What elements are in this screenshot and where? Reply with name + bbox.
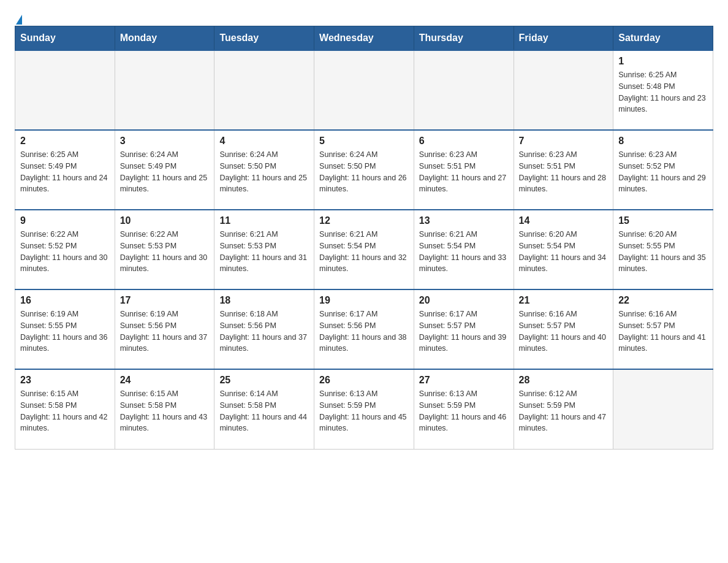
calendar-cell: 19Sunrise: 6:17 AM Sunset: 5:56 PM Dayli… <box>314 289 414 369</box>
logo <box>15 15 22 20</box>
calendar-cell <box>613 369 713 449</box>
calendar-cell: 21Sunrise: 6:16 AM Sunset: 5:57 PM Dayli… <box>514 289 613 369</box>
day-number: 1 <box>618 56 708 67</box>
calendar-table: SundayMondayTuesdayWednesdayThursdayFrid… <box>15 26 713 450</box>
column-header-sunday: Sunday <box>15 26 115 51</box>
day-info: Sunrise: 6:24 AM Sunset: 5:49 PM Dayligh… <box>120 149 210 195</box>
day-number: 26 <box>319 375 409 386</box>
calendar-cell: 27Sunrise: 6:13 AM Sunset: 5:59 PM Dayli… <box>414 369 514 449</box>
day-info: Sunrise: 6:15 AM Sunset: 5:58 PM Dayligh… <box>20 388 110 434</box>
calendar-week-row: 1Sunrise: 6:25 AM Sunset: 5:48 PM Daylig… <box>15 50 713 130</box>
calendar-cell: 11Sunrise: 6:21 AM Sunset: 5:53 PM Dayli… <box>214 210 314 289</box>
calendar-cell: 15Sunrise: 6:20 AM Sunset: 5:55 PM Dayli… <box>613 210 713 289</box>
day-number: 15 <box>618 215 708 226</box>
calendar-cell: 2Sunrise: 6:25 AM Sunset: 5:49 PM Daylig… <box>15 130 115 210</box>
day-number: 24 <box>120 375 210 386</box>
day-info: Sunrise: 6:23 AM Sunset: 5:51 PM Dayligh… <box>419 149 509 195</box>
day-info: Sunrise: 6:18 AM Sunset: 5:56 PM Dayligh… <box>219 308 309 354</box>
calendar-cell: 16Sunrise: 6:19 AM Sunset: 5:55 PM Dayli… <box>15 289 115 369</box>
day-number: 11 <box>219 215 309 226</box>
calendar-week-row: 2Sunrise: 6:25 AM Sunset: 5:49 PM Daylig… <box>15 130 713 210</box>
calendar-cell: 3Sunrise: 6:24 AM Sunset: 5:49 PM Daylig… <box>115 130 214 210</box>
day-info: Sunrise: 6:22 AM Sunset: 5:53 PM Dayligh… <box>120 229 210 275</box>
day-number: 22 <box>618 295 708 306</box>
calendar-cell <box>115 50 214 130</box>
day-number: 23 <box>20 375 110 386</box>
day-number: 25 <box>219 375 309 386</box>
day-number: 9 <box>20 215 110 226</box>
column-header-wednesday: Wednesday <box>314 26 414 51</box>
calendar-cell <box>414 50 514 130</box>
calendar-cell: 17Sunrise: 6:19 AM Sunset: 5:56 PM Dayli… <box>115 289 214 369</box>
day-number: 6 <box>419 136 509 147</box>
day-number: 14 <box>519 215 609 226</box>
day-number: 4 <box>219 136 309 147</box>
day-info: Sunrise: 6:13 AM Sunset: 5:59 PM Dayligh… <box>419 388 509 434</box>
calendar-header-row: SundayMondayTuesdayWednesdayThursdayFrid… <box>15 26 713 51</box>
day-info: Sunrise: 6:23 AM Sunset: 5:51 PM Dayligh… <box>519 149 609 195</box>
day-info: Sunrise: 6:22 AM Sunset: 5:52 PM Dayligh… <box>20 229 110 275</box>
day-number: 7 <box>519 136 609 147</box>
calendar-cell <box>514 50 613 130</box>
day-number: 12 <box>319 215 409 226</box>
calendar-cell: 8Sunrise: 6:23 AM Sunset: 5:52 PM Daylig… <box>613 130 713 210</box>
calendar-week-row: 23Sunrise: 6:15 AM Sunset: 5:58 PM Dayli… <box>15 369 713 449</box>
page-header <box>15 15 713 20</box>
calendar-cell: 10Sunrise: 6:22 AM Sunset: 5:53 PM Dayli… <box>115 210 214 289</box>
day-info: Sunrise: 6:17 AM Sunset: 5:56 PM Dayligh… <box>319 308 409 354</box>
day-info: Sunrise: 6:12 AM Sunset: 5:59 PM Dayligh… <box>519 388 609 434</box>
calendar-cell: 13Sunrise: 6:21 AM Sunset: 5:54 PM Dayli… <box>414 210 514 289</box>
day-info: Sunrise: 6:19 AM Sunset: 5:55 PM Dayligh… <box>20 308 110 354</box>
day-info: Sunrise: 6:24 AM Sunset: 5:50 PM Dayligh… <box>319 149 409 195</box>
day-number: 28 <box>519 375 609 386</box>
day-number: 8 <box>618 136 708 147</box>
day-info: Sunrise: 6:13 AM Sunset: 5:59 PM Dayligh… <box>319 388 409 434</box>
calendar-cell: 18Sunrise: 6:18 AM Sunset: 5:56 PM Dayli… <box>214 289 314 369</box>
column-header-tuesday: Tuesday <box>214 26 314 51</box>
day-info: Sunrise: 6:21 AM Sunset: 5:54 PM Dayligh… <box>419 229 509 275</box>
calendar-cell: 9Sunrise: 6:22 AM Sunset: 5:52 PM Daylig… <box>15 210 115 289</box>
calendar-cell: 20Sunrise: 6:17 AM Sunset: 5:57 PM Dayli… <box>414 289 514 369</box>
column-header-saturday: Saturday <box>613 26 713 51</box>
calendar-cell <box>214 50 314 130</box>
day-number: 10 <box>120 215 210 226</box>
logo-triangle-icon <box>16 15 22 25</box>
day-number: 20 <box>419 295 509 306</box>
calendar-cell: 25Sunrise: 6:14 AM Sunset: 5:58 PM Dayli… <box>214 369 314 449</box>
calendar-cell <box>15 50 115 130</box>
day-number: 5 <box>319 136 409 147</box>
calendar-cell: 1Sunrise: 6:25 AM Sunset: 5:48 PM Daylig… <box>613 50 713 130</box>
day-info: Sunrise: 6:20 AM Sunset: 5:55 PM Dayligh… <box>618 229 708 275</box>
column-header-friday: Friday <box>514 26 613 51</box>
calendar-cell: 26Sunrise: 6:13 AM Sunset: 5:59 PM Dayli… <box>314 369 414 449</box>
calendar-cell: 14Sunrise: 6:20 AM Sunset: 5:54 PM Dayli… <box>514 210 613 289</box>
calendar-cell: 7Sunrise: 6:23 AM Sunset: 5:51 PM Daylig… <box>514 130 613 210</box>
calendar-cell: 4Sunrise: 6:24 AM Sunset: 5:50 PM Daylig… <box>214 130 314 210</box>
calendar-cell: 24Sunrise: 6:15 AM Sunset: 5:58 PM Dayli… <box>115 369 214 449</box>
calendar-week-row: 16Sunrise: 6:19 AM Sunset: 5:55 PM Dayli… <box>15 289 713 369</box>
day-info: Sunrise: 6:25 AM Sunset: 5:48 PM Dayligh… <box>618 69 708 115</box>
calendar-cell: 12Sunrise: 6:21 AM Sunset: 5:54 PM Dayli… <box>314 210 414 289</box>
day-number: 16 <box>20 295 110 306</box>
day-info: Sunrise: 6:24 AM Sunset: 5:50 PM Dayligh… <box>219 149 309 195</box>
day-info: Sunrise: 6:23 AM Sunset: 5:52 PM Dayligh… <box>618 149 708 195</box>
day-info: Sunrise: 6:25 AM Sunset: 5:49 PM Dayligh… <box>20 149 110 195</box>
calendar-cell: 23Sunrise: 6:15 AM Sunset: 5:58 PM Dayli… <box>15 369 115 449</box>
calendar-cell: 22Sunrise: 6:16 AM Sunset: 5:57 PM Dayli… <box>613 289 713 369</box>
day-info: Sunrise: 6:19 AM Sunset: 5:56 PM Dayligh… <box>120 308 210 354</box>
calendar-week-row: 9Sunrise: 6:22 AM Sunset: 5:52 PM Daylig… <box>15 210 713 289</box>
calendar-cell: 28Sunrise: 6:12 AM Sunset: 5:59 PM Dayli… <box>514 369 613 449</box>
day-info: Sunrise: 6:21 AM Sunset: 5:54 PM Dayligh… <box>319 229 409 275</box>
day-info: Sunrise: 6:17 AM Sunset: 5:57 PM Dayligh… <box>419 308 509 354</box>
day-info: Sunrise: 6:20 AM Sunset: 5:54 PM Dayligh… <box>519 229 609 275</box>
calendar-cell: 5Sunrise: 6:24 AM Sunset: 5:50 PM Daylig… <box>314 130 414 210</box>
column-header-monday: Monday <box>115 26 214 51</box>
calendar-cell <box>314 50 414 130</box>
day-number: 3 <box>120 136 210 147</box>
day-info: Sunrise: 6:16 AM Sunset: 5:57 PM Dayligh… <box>519 308 609 354</box>
day-number: 18 <box>219 295 309 306</box>
day-info: Sunrise: 6:14 AM Sunset: 5:58 PM Dayligh… <box>219 388 309 434</box>
day-info: Sunrise: 6:16 AM Sunset: 5:57 PM Dayligh… <box>618 308 708 354</box>
day-number: 21 <box>519 295 609 306</box>
day-info: Sunrise: 6:21 AM Sunset: 5:53 PM Dayligh… <box>219 229 309 275</box>
